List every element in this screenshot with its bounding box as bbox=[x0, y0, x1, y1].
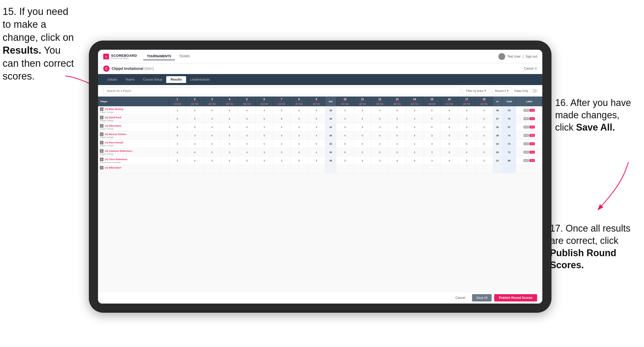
score-h10[interactable]: 3 bbox=[336, 123, 354, 131]
score-h9[interactable]: 5 bbox=[308, 115, 325, 123]
score-h18[interactable]: 3 bbox=[475, 123, 493, 131]
score-h14[interactable]: 3 bbox=[406, 115, 423, 123]
score-h3[interactable]: 5 bbox=[203, 106, 221, 115]
tab-leaderboards[interactable]: Leaderboards bbox=[186, 76, 214, 83]
score-h18[interactable]: 3 bbox=[475, 106, 493, 115]
score-h12[interactable]: 5 bbox=[371, 115, 389, 123]
score-h11[interactable] bbox=[354, 165, 371, 173]
round-selector-btn[interactable]: Round 3 ▾ bbox=[492, 87, 512, 94]
score-h6[interactable]: 3 bbox=[256, 148, 273, 156]
score-h4[interactable] bbox=[221, 165, 238, 173]
score-h4[interactable]: 4 bbox=[221, 115, 238, 123]
score-h6[interactable]: 5 bbox=[256, 115, 273, 123]
score-h17[interactable]: 3 bbox=[458, 156, 475, 165]
score-h4[interactable]: 5 bbox=[221, 106, 238, 115]
score-h1[interactable]: 3 bbox=[169, 106, 186, 115]
score-h17[interactable]: 4 bbox=[458, 131, 475, 140]
score-h14[interactable]: 4 bbox=[406, 140, 423, 148]
score-h18[interactable]: 3 bbox=[475, 140, 493, 148]
filter-by-team-btn[interactable]: Filter by team ▾ bbox=[463, 87, 490, 94]
score-h4[interactable]: 5 bbox=[221, 156, 238, 165]
score-h1[interactable]: 3 bbox=[169, 156, 186, 165]
score-h6[interactable]: 3 bbox=[256, 123, 273, 131]
score-h15[interactable]: 5 bbox=[423, 123, 441, 131]
cancel-action-btn[interactable]: Cancel bbox=[451, 294, 469, 301]
score-h2[interactable]: 3 bbox=[186, 106, 204, 115]
score-h8[interactable]: 3 bbox=[290, 140, 308, 148]
score-h12[interactable] bbox=[371, 165, 389, 173]
toggle-switch[interactable] bbox=[530, 89, 537, 93]
score-h6[interactable]: 5 bbox=[256, 131, 273, 140]
score-h1[interactable]: 5 bbox=[169, 131, 186, 140]
score-h16[interactable]: 6 bbox=[441, 123, 458, 131]
score-h14[interactable]: 4 bbox=[406, 131, 423, 140]
publish-round-scores-btn[interactable]: Publish Round Scores bbox=[494, 294, 537, 301]
score-h4[interactable]: 3 bbox=[221, 148, 238, 156]
score-h10[interactable]: 3 bbox=[336, 106, 354, 115]
score-h9[interactable]: 5 bbox=[308, 106, 325, 115]
score-h4[interactable]: 5 bbox=[221, 140, 238, 148]
score-h5[interactable]: 3 bbox=[238, 123, 256, 131]
score-h13[interactable]: 5 bbox=[388, 115, 406, 123]
score-h12[interactable]: 3 bbox=[371, 156, 389, 165]
tab-teams[interactable]: Teams bbox=[121, 76, 139, 83]
score-h8[interactable]: 5 bbox=[290, 156, 308, 165]
score-h11[interactable]: 5 bbox=[354, 156, 371, 165]
score-h11[interactable]: 5 bbox=[354, 123, 371, 131]
score-h17[interactable]: 4 bbox=[458, 148, 475, 156]
score-h15[interactable] bbox=[423, 165, 441, 173]
score-h14[interactable]: 3 bbox=[406, 148, 423, 156]
score-h1[interactable]: 3 bbox=[169, 140, 186, 148]
score-h12[interactable]: 3 bbox=[371, 123, 389, 131]
score-h2[interactable]: 4 bbox=[186, 156, 204, 165]
totals-only-toggle[interactable]: Totals Only bbox=[514, 89, 537, 93]
score-h8[interactable]: 6 bbox=[290, 106, 308, 115]
score-h15[interactable]: 3 bbox=[423, 140, 441, 148]
score-h13[interactable]: 3 bbox=[388, 140, 406, 148]
score-h9[interactable]: 4 bbox=[308, 156, 325, 165]
score-h1[interactable]: 4 bbox=[169, 148, 186, 156]
score-h9[interactable]: 4 bbox=[308, 131, 325, 140]
score-h3[interactable] bbox=[203, 165, 221, 173]
score-h13[interactable]: 5 bbox=[388, 123, 406, 131]
score-h2[interactable]: 3 bbox=[186, 131, 204, 140]
score-h6[interactable]: 5 bbox=[256, 140, 273, 148]
score-h16[interactable]: 6 bbox=[441, 106, 458, 115]
nav-teams[interactable]: TEAMS bbox=[175, 53, 193, 60]
score-h17[interactable]: 3 bbox=[458, 115, 475, 123]
score-h7[interactable] bbox=[273, 165, 290, 173]
score-h13[interactable]: 5 bbox=[388, 131, 406, 140]
score-h10[interactable]: 6 bbox=[336, 148, 354, 156]
score-h5[interactable]: 3 bbox=[238, 156, 256, 165]
score-h9[interactable]: 5 bbox=[308, 140, 325, 148]
score-h4[interactable]: 5 bbox=[221, 131, 238, 140]
score-h13[interactable]: 6 bbox=[388, 106, 406, 115]
score-h3[interactable]: 4 bbox=[203, 156, 221, 165]
score-h11[interactable]: 5 bbox=[354, 140, 371, 148]
score-h18[interactable]: 3 bbox=[475, 115, 493, 123]
score-h7[interactable]: 6 bbox=[273, 115, 290, 123]
score-h17[interactable] bbox=[458, 165, 475, 173]
score-h12[interactable]: 5 bbox=[371, 148, 389, 156]
score-h18[interactable]: 3 bbox=[475, 148, 493, 156]
score-h18[interactable]: 3 bbox=[475, 131, 493, 140]
score-h10[interactable]: 4 bbox=[336, 131, 354, 140]
score-h5[interactable] bbox=[238, 165, 256, 173]
score-h11[interactable]: 5 bbox=[354, 115, 371, 123]
score-h3[interactable]: 4 bbox=[203, 140, 221, 148]
score-h14[interactable]: 5 bbox=[406, 156, 423, 165]
score-h9[interactable]: 4 bbox=[308, 148, 325, 156]
score-h8[interactable]: 3 bbox=[290, 115, 308, 123]
score-h4[interactable]: 4 bbox=[221, 123, 238, 131]
score-h15[interactable]: 5 bbox=[423, 115, 441, 123]
score-h2[interactable]: 3 bbox=[186, 123, 204, 131]
score-h9[interactable]: 3 bbox=[308, 123, 325, 131]
score-h7[interactable]: 3 bbox=[273, 156, 290, 165]
tab-details[interactable]: Details bbox=[103, 76, 121, 83]
score-h3[interactable]: 3 bbox=[203, 115, 221, 123]
score-h2[interactable]: 3 bbox=[186, 115, 204, 123]
score-h6[interactable]: 3 bbox=[256, 106, 273, 115]
score-h10[interactable] bbox=[336, 165, 354, 173]
tab-results[interactable]: Results bbox=[166, 76, 186, 83]
save-all-btn[interactable]: Save All bbox=[472, 294, 492, 301]
